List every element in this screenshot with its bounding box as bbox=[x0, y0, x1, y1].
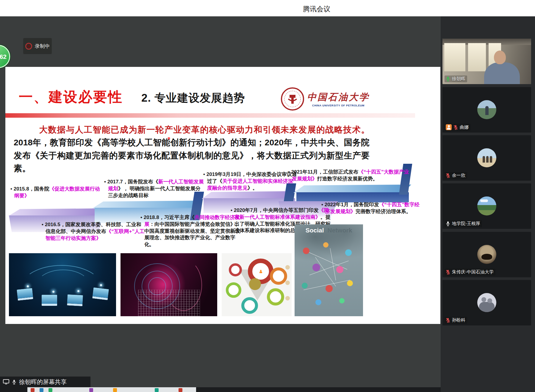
mic-muted-icon bbox=[446, 317, 450, 323]
participant-name: 徐朝晖 bbox=[452, 76, 465, 82]
record-icon bbox=[25, 43, 32, 50]
screen-share-area: 录制中 62 一、建设必要性 2. 专业建设发展趋势 中国石油大学 CHINA … bbox=[0, 16, 441, 392]
recording-label: 录制中 bbox=[35, 43, 50, 50]
avatar bbox=[477, 196, 496, 215]
social-network-caption: SocialNetwork bbox=[295, 227, 363, 234]
floating-corner-badge[interactable]: 62 bbox=[0, 45, 10, 68]
participant-name: 朱传庆-中国石油大学 bbox=[452, 269, 494, 275]
avatar bbox=[477, 293, 496, 312]
slide-title-sub: 2. 专业建设发展趋势 bbox=[141, 91, 245, 106]
slide-title-main: 一、建设必要性 bbox=[19, 88, 123, 106]
mic-icon bbox=[12, 379, 16, 385]
taskbar-strip[interactable] bbox=[0, 387, 441, 392]
participant-tile-xuzhaohui[interactable]: 徐朝晖 bbox=[442, 39, 531, 84]
infographic-image bbox=[222, 253, 292, 316]
mic-muted-icon bbox=[453, 125, 458, 130]
infographic-center bbox=[249, 278, 261, 290]
infographic-node bbox=[267, 288, 284, 306]
avatar bbox=[477, 100, 496, 119]
participant-tile-sunpanke[interactable]: 孙盼科 bbox=[442, 280, 531, 325]
participant-tile-yuyixin[interactable]: 余一欣 bbox=[442, 135, 531, 181]
participant-name-row: 朱传庆-中国石油大学 bbox=[445, 269, 495, 275]
university-seal-icon bbox=[281, 87, 304, 111]
participant-name: 地学院-王根厚 bbox=[452, 221, 480, 226]
university-logo: 中国石油大学 CHINA UNIVERSITY OF PETROLEUM bbox=[281, 87, 370, 111]
ai-head-photo bbox=[121, 253, 217, 316]
infographic-node bbox=[229, 263, 242, 276]
participant-name-row: 地学院-王根厚 bbox=[445, 220, 482, 227]
taskbar-icon[interactable] bbox=[113, 388, 117, 392]
stair-step-shape bbox=[202, 191, 297, 199]
participant-name-row: 余一欣 bbox=[445, 172, 467, 179]
university-logo-text: 中国石油大学 CHINA UNIVERSITY OF PETROLEUM bbox=[307, 91, 370, 107]
taskbar-icon[interactable] bbox=[155, 388, 159, 392]
taskbar-light-segment bbox=[27, 387, 196, 392]
taskbar-icon[interactable] bbox=[179, 388, 182, 392]
participant-name-row: 孙盼科 bbox=[445, 317, 467, 324]
share-banner-label: 徐朝晖的屏幕共享 bbox=[19, 378, 67, 386]
mic-muted-icon bbox=[446, 173, 450, 178]
timeline-item-2018: • 2018.8，习近平主席《共同推动数字经济发展：向中国国际智能产业博览会致贺… bbox=[140, 214, 243, 248]
timeline-item-2021: • 2021年11月，工信部正式发布《“十四五”大数据产业发展规划》打造数字经济… bbox=[288, 169, 413, 182]
social-network-image: SocialNetwork bbox=[295, 224, 363, 316]
participant-tile-zhuchuanqing[interactable]: 朱传庆-中国石油大学 bbox=[442, 232, 531, 277]
timeline-item-2016: • 2016.5，国家发展改革委、科技部、工业和信息化部、中央网信办发布《“互联… bbox=[42, 221, 146, 242]
taskbar-icon[interactable] bbox=[31, 388, 35, 392]
title-divider bbox=[5, 113, 415, 118]
participants-sidebar: 徐朝晖 曲娜 余一欣 bbox=[441, 16, 535, 392]
presenter-badge-icon bbox=[446, 124, 452, 130]
monitor-icon bbox=[3, 379, 9, 385]
participant-tile-quna[interactable]: 曲娜 bbox=[442, 87, 531, 133]
infographic-node bbox=[226, 282, 241, 298]
app-title: 腾讯会议 bbox=[303, 4, 330, 14]
taskbar-icon[interactable] bbox=[49, 388, 52, 392]
mic-muted-icon bbox=[446, 269, 450, 275]
timeline-item-2017: • 2017.7，国务院发布《新一代人工智能发展规划》， 明确指出新一代人工智能… bbox=[104, 179, 205, 199]
taskbar-icon[interactable] bbox=[89, 388, 93, 392]
university-name-en: CHINA UNIVERSITY OF PETROLEUM bbox=[312, 104, 365, 107]
infographic-node bbox=[270, 267, 287, 285]
avatar bbox=[477, 148, 496, 167]
avatar bbox=[477, 245, 496, 264]
university-name-cn: 中国石油大学 bbox=[307, 91, 370, 103]
recording-indicator[interactable]: 录制中 bbox=[23, 38, 52, 54]
mic-on-icon bbox=[446, 221, 450, 226]
presentation-slide: 一、建设必要性 2. 专业建设发展趋势 中国石油大学 CHINA UNIVERS… bbox=[5, 67, 440, 324]
participant-tile-wanggenhou[interactable]: 地学院-王根厚 bbox=[442, 183, 531, 229]
timeline-item-2015: • 2015.8，国务院《促进大数据发展行动纲要》 bbox=[10, 186, 101, 199]
participant-name-row: 徐朝晖 bbox=[445, 75, 467, 82]
mic-on-icon bbox=[446, 76, 450, 82]
screen-share-banner[interactable]: 徐朝晖的屏幕共享 bbox=[0, 377, 90, 387]
intro-black-text: 2018年，教育部印发《高等学校人工智能创新行动计划》的通知；2020年，中共中… bbox=[14, 138, 370, 173]
intro-red-text: 大数据与人工智能已成为新一轮产业变革的核心驱动力和引领未来发展的战略技术。 bbox=[39, 125, 370, 134]
pointer-dot bbox=[168, 137, 170, 140]
timeline-item-2019: • 2019年3月19日，中央深改委会议审议通过了《关于促进人工智能和实体经济深… bbox=[203, 171, 298, 191]
participant-name: 余一欣 bbox=[452, 173, 465, 178]
slide-title-row: 一、建设必要性 2. 专业建设发展趋势 bbox=[19, 88, 245, 106]
infographic-node bbox=[241, 297, 258, 314]
participant-name: 孙盼科 bbox=[452, 317, 465, 323]
stair-step-shape bbox=[92, 201, 202, 208]
network-photo bbox=[9, 253, 116, 316]
intro-paragraph: 大数据与人工智能已成为新一轮产业变革的核心驱动力和引领未来发展的战略技术。201… bbox=[14, 123, 370, 175]
window-titlebar: 腾讯会议 bbox=[0, 0, 535, 16]
stair-step-shape bbox=[293, 185, 411, 193]
taskbar-icon[interactable] bbox=[40, 388, 43, 392]
participant-name-row: 曲娜 bbox=[445, 124, 470, 131]
stair-step-shape bbox=[296, 192, 409, 202]
timeline-item-2022: • 2022年1月，国务院印发《“十四五”数字经济发展规划》完善数字经济治理体系… bbox=[321, 201, 420, 215]
participant-name: 曲娜 bbox=[460, 125, 469, 130]
stair-step-shape bbox=[8, 208, 104, 216]
